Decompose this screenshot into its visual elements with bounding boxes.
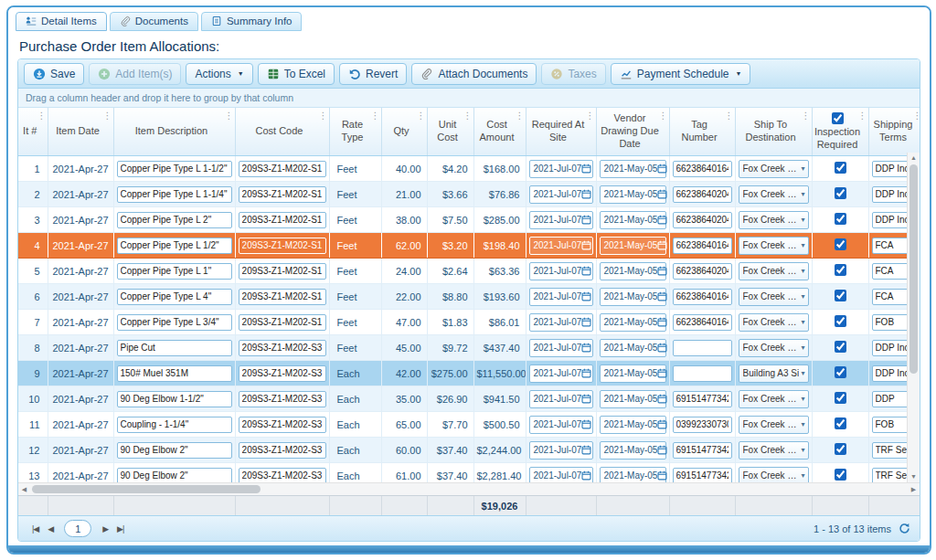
column-header-vendor-drawing-due-date[interactable]: Vendor Drawing Due Date⋮ <box>596 108 669 156</box>
horizontal-scroll-track[interactable] <box>30 483 908 495</box>
inspection-header-checkbox[interactable] <box>832 112 844 124</box>
tag-number-input[interactable] <box>673 161 732 177</box>
cost-code-input[interactable] <box>239 263 326 280</box>
cost-code-input[interactable] <box>239 340 326 356</box>
horizontal-scrollbar[interactable]: ◀ ▶ <box>18 482 920 495</box>
vendor-drawing-due-datepicker[interactable]: 2021-May-05 <box>600 467 666 483</box>
inspection-checkbox[interactable] <box>835 469 846 481</box>
column-menu-icon[interactable]: ⋮ <box>858 111 867 121</box>
tag-number-input[interactable] <box>673 340 732 356</box>
revert-button[interactable]: Revert <box>339 63 407 85</box>
column-header-item-date[interactable]: Item Date⋮ <box>48 108 113 156</box>
cost-code-input[interactable] <box>239 365 326 382</box>
tag-number-input[interactable] <box>673 468 732 483</box>
required-at-site-datepicker[interactable]: 2021-Jul-07 <box>529 339 593 357</box>
vertical-scrollbar[interactable]: ▲ ▼ <box>907 153 920 482</box>
calendar-icon[interactable] <box>657 240 667 250</box>
calendar-icon[interactable] <box>581 164 591 174</box>
tag-number-input[interactable] <box>673 212 732 228</box>
cost-code-input[interactable] <box>239 238 326 254</box>
calendar-icon[interactable] <box>657 317 667 327</box>
vendor-drawing-due-datepicker[interactable]: 2021-May-05 <box>600 390 666 408</box>
item-description-input[interactable] <box>117 212 232 228</box>
prev-page-button[interactable]: ◀ <box>48 524 53 534</box>
item-description-input[interactable] <box>117 263 232 280</box>
item-description-input[interactable] <box>117 468 232 483</box>
table-row[interactable]: 122021-Apr-27Each60.00$37.40$2,244.00202… <box>18 438 920 463</box>
ship-to-dropdown[interactable]: Fox Creek Wa▾ <box>739 211 809 229</box>
calendar-icon[interactable] <box>657 470 667 481</box>
tag-number-input[interactable] <box>673 289 732 305</box>
inspection-checkbox[interactable] <box>835 315 846 327</box>
required-at-site-datepicker[interactable]: 2021-Jul-07 <box>529 160 593 178</box>
calendar-icon[interactable] <box>581 445 591 455</box>
table-row[interactable]: 82021-Apr-27Feet45.00$9.72$437.402021-Ju… <box>18 335 920 361</box>
cost-code-input[interactable] <box>239 212 326 228</box>
item-description-input[interactable] <box>117 238 232 254</box>
column-menu-icon[interactable]: ⋮ <box>319 111 328 121</box>
table-row[interactable]: 112021-Apr-27Each65.00$7.70$500.502021-J… <box>18 412 920 438</box>
calendar-icon[interactable] <box>657 291 667 301</box>
item-description-input[interactable] <box>117 289 232 305</box>
inspection-checkbox[interactable] <box>835 290 846 301</box>
column-header-ship-to-destination[interactable]: Ship To Destination⋮ <box>735 108 812 156</box>
column-header-qty[interactable]: Qty⋮ <box>381 108 427 156</box>
tag-number-input[interactable] <box>673 365 732 382</box>
cost-code-input[interactable] <box>239 442 326 459</box>
calendar-icon[interactable] <box>657 419 667 429</box>
cost-code-input[interactable] <box>239 417 326 433</box>
column-header-inspection-required[interactable]: Inspection Required⋮ <box>812 108 868 156</box>
tab-detail-items[interactable]: Detail Items <box>16 12 107 31</box>
item-description-input[interactable] <box>117 314 232 331</box>
column-menu-icon[interactable]: ⋮ <box>225 111 234 121</box>
column-header-unit-cost[interactable]: Unit Cost⋮ <box>427 108 473 156</box>
cost-code-input[interactable] <box>239 391 326 407</box>
vendor-drawing-due-datepicker[interactable]: 2021-May-05 <box>600 313 666 332</box>
required-at-site-datepicker[interactable]: 2021-Jul-07 <box>529 416 593 434</box>
calendar-icon[interactable] <box>657 189 667 199</box>
column-header-cost-code[interactable]: Cost Code⋮ <box>235 108 329 156</box>
column-header-tag-number[interactable]: Tag Number⋮ <box>669 108 735 156</box>
last-page-button[interactable]: ▶| <box>117 524 123 534</box>
save-button[interactable]: Save <box>24 63 84 85</box>
column-menu-icon[interactable]: ⋮ <box>37 111 47 121</box>
ship-to-dropdown[interactable]: Fox Creek Wa▾ <box>739 262 809 280</box>
ship-to-dropdown[interactable]: Fox Creek Wa▾ <box>739 288 809 306</box>
tab-documents[interactable]: Documents <box>110 12 198 31</box>
table-row[interactable]: 22021-Apr-27Feet21.00$3.66$76.862021-Jul… <box>18 182 920 207</box>
tag-number-input[interactable] <box>673 186 732 203</box>
column-menu-icon[interactable]: ⋮ <box>417 111 426 121</box>
tag-number-input[interactable] <box>673 238 732 254</box>
calendar-icon[interactable] <box>581 240 591 250</box>
page-number-button[interactable]: 1 <box>64 520 91 537</box>
inspection-checkbox[interactable] <box>835 366 846 378</box>
ship-to-dropdown[interactable]: Fox Creek Wa▾ <box>739 185 809 204</box>
ship-to-dropdown[interactable]: Fox Creek Wa▾ <box>739 339 809 357</box>
column-menu-icon[interactable]: ⋮ <box>516 111 525 121</box>
vendor-drawing-due-datepicker[interactable]: 2021-May-05 <box>600 185 666 204</box>
ship-to-dropdown[interactable]: Fox Creek Wa▾ <box>739 160 809 178</box>
required-at-site-datepicker[interactable]: 2021-Jul-07 <box>529 288 593 306</box>
column-menu-icon[interactable]: ⋮ <box>725 111 734 121</box>
calendar-icon[interactable] <box>657 445 667 455</box>
item-description-input[interactable] <box>117 340 232 356</box>
item-description-input[interactable] <box>117 417 232 433</box>
table-row[interactable]: 42021-Apr-27Feet62.00$3.20$198.402021-Ju… <box>18 233 920 259</box>
table-row[interactable]: 62021-Apr-27Feet22.00$8.80$193.602021-Ju… <box>18 284 920 310</box>
calendar-icon[interactable] <box>581 317 591 327</box>
cost-code-input[interactable] <box>239 468 326 483</box>
column-header-shipping-terms[interactable]: Shipping Terms⋮ <box>868 108 920 156</box>
column-header-item-number[interactable]: It #⋮ <box>18 108 48 156</box>
payment-schedule-button[interactable]: Payment Schedule▼ <box>611 63 751 85</box>
table-row[interactable]: 132021-Apr-27Each61.00$37.40$2,281.40202… <box>18 463 920 483</box>
tag-number-input[interactable] <box>673 263 732 280</box>
inspection-checkbox[interactable] <box>835 213 846 225</box>
scroll-down-icon[interactable]: ▼ <box>908 471 920 482</box>
calendar-icon[interactable] <box>581 189 591 199</box>
tag-number-input[interactable] <box>673 391 732 407</box>
calendar-icon[interactable] <box>657 266 667 276</box>
ship-to-dropdown[interactable]: Fox Creek Wa▾ <box>739 416 809 434</box>
item-description-input[interactable] <box>117 161 232 177</box>
scroll-left-icon[interactable]: ◀ <box>18 486 30 493</box>
table-row[interactable]: 32021-Apr-27Feet38.00$7.50$285.002021-Ju… <box>18 207 920 233</box>
